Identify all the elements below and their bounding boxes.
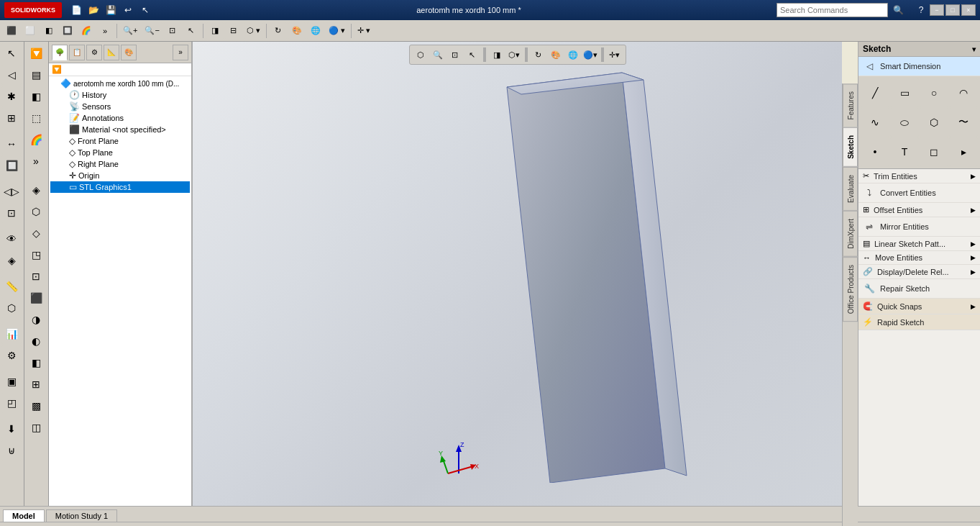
xray-tool[interactable]: ◈ (1, 250, 22, 271)
spline-draw-btn[interactable]: ∿ (861, 108, 889, 137)
tab-evaluate[interactable]: Evaluate (843, 167, 858, 211)
help-button[interactable]: ? (913, 2, 929, 18)
dimxpert-tab[interactable]: 📐 (104, 45, 119, 60)
undo-button[interactable]: ↩ (120, 2, 136, 18)
tree-item-top-plane[interactable]: ◇ Top Plane (50, 147, 190, 158)
convert-entities-item[interactable]: ⤵ Convert Entities (858, 183, 980, 203)
new-button[interactable]: 📄 (68, 2, 84, 18)
task2-btn[interactable]: ◧ (26, 86, 46, 106)
sketch-smart-dimension[interactable]: ◁ Smart Dimension (858, 57, 980, 76)
view-orient-btn[interactable]: ⬡ ▾ (244, 22, 263, 40)
vp-section[interactable]: ◨ (489, 47, 505, 63)
view-style-btn[interactable]: ◨ (206, 22, 224, 40)
vp-fit[interactable]: ⊡ (447, 47, 463, 63)
vp-select[interactable]: ↖ (464, 47, 480, 63)
view-toggle-5[interactable]: 🌈 (78, 22, 95, 40)
view-toggle-4[interactable]: 🔲 (59, 22, 76, 40)
relation-tool[interactable]: ⊞ (1, 108, 22, 128)
filter-btn[interactable]: 🔽 (26, 43, 46, 63)
chart-tool[interactable]: 📊 (1, 324, 22, 344)
property-tab[interactable]: 📋 (69, 45, 85, 60)
tool-f[interactable]: ⬛ (26, 288, 46, 308)
vp-snap[interactable]: ✛▾ (607, 47, 623, 63)
select-tool-btn[interactable]: ↖ (183, 22, 200, 40)
vp-zoom-in[interactable]: 🔍 (430, 47, 446, 63)
view-toggle-1[interactable]: ⬛ (3, 22, 20, 40)
zoom-out-btn[interactable]: 🔍− (142, 22, 162, 40)
tool-h[interactable]: ◐ (26, 331, 46, 351)
offset-entities-item[interactable]: ⊞ Offset Entities ▶ (858, 203, 980, 217)
smart-dim-tool[interactable]: ◁ (1, 65, 22, 85)
mirror-tool[interactable]: ◁▷ (1, 181, 22, 201)
zoom-in-btn[interactable]: 🔍+ (120, 22, 140, 40)
feature-mgr-tab[interactable]: 🌳 (52, 45, 68, 60)
tree-root-item[interactable]: 🔷 aerotomh me xordh 100 mm (D... (50, 78, 190, 89)
view-toggle-2[interactable]: ⬜ (22, 22, 39, 40)
section-btn[interactable]: ⊟ (225, 22, 242, 40)
repair-sketch-item[interactable]: 🔧 Repair Sketch (858, 279, 980, 299)
move-entities-item[interactable]: ↔ Move Entities ▶ (858, 251, 980, 265)
open-button[interactable]: 📂 (86, 2, 101, 18)
fx-tool[interactable]: ⊎ (1, 440, 22, 461)
arrow-down-tool[interactable]: ⬇ (1, 419, 22, 439)
vp-rotate[interactable]: ↻ (531, 47, 546, 63)
view-toggle-3[interactable]: ◧ (40, 22, 58, 40)
tree-item-origin[interactable]: ✛ Origin (50, 170, 190, 181)
zoom-fit-btn[interactable]: ⊡ (164, 22, 181, 40)
snap-btn[interactable]: ✛ ▾ (354, 22, 373, 40)
tool-i[interactable]: ◧ (26, 353, 46, 373)
ellipse-draw-btn[interactable]: ⬭ (890, 108, 919, 137)
circle-draw-btn[interactable]: ○ (920, 78, 948, 107)
appearance-tab[interactable]: 🎨 (121, 45, 137, 60)
search-input[interactable] (777, 3, 888, 17)
polygon-draw-btn[interactable]: ⬡ (920, 108, 948, 137)
tree-item-stl[interactable]: ▭ STL Graphics1 (50, 181, 190, 193)
tool-a[interactable]: ◈ (26, 180, 46, 200)
vp-light[interactable]: 🌐 (565, 47, 581, 63)
point-draw-btn[interactable]: • (861, 137, 889, 166)
view-tool[interactable]: 👁 (1, 229, 22, 249)
tab-features[interactable]: Features (843, 83, 858, 127)
move-tool[interactable]: ↔ (1, 134, 22, 154)
tool-j[interactable]: ⊞ (26, 374, 46, 394)
task1-btn[interactable]: ▤ (26, 65, 46, 85)
tool-l[interactable]: ◫ (26, 417, 46, 437)
tree-item-right-plane[interactable]: ◇ Right Plane (50, 158, 190, 170)
maximize-button[interactable]: □ (945, 4, 960, 16)
tree-item-sensors[interactable]: 📡 Sensors (50, 101, 190, 112)
pattern-tool[interactable]: ⊡ (1, 203, 22, 223)
viewport[interactable]: ⬡ 🔍 ⊡ ↖ ◨ ⬡▾ ↻ 🎨 🌐 🔵▾ ✛▾ (193, 42, 842, 506)
save-button[interactable]: 💾 (103, 2, 119, 18)
tree-item-material[interactable]: ⬛ Material <not specified> (50, 124, 190, 135)
gear-tool[interactable]: ⚙ (1, 345, 22, 366)
vp-display[interactable]: 🎨 (548, 47, 564, 63)
rotate-btn[interactable]: ↻ (270, 22, 287, 40)
task3-btn[interactable]: ⬚ (26, 108, 46, 128)
close-button[interactable]: × (961, 4, 976, 16)
quick-snaps-item[interactable]: 🧲 Quick Snaps ▶ (858, 299, 980, 314)
display-btn[interactable]: 🎨 (288, 22, 306, 40)
search-button[interactable]: 🔍 (890, 2, 906, 18)
rect-draw-btn[interactable]: ▭ (890, 78, 919, 107)
material-tool[interactable]: ◰ (1, 393, 22, 413)
more-draw-btn[interactable]: ▸ (949, 137, 978, 166)
tool-b[interactable]: ⬡ (26, 201, 46, 222)
tool-d[interactable]: ◳ (26, 245, 46, 265)
rapid-sketch-item[interactable]: ⚡ Rapid Sketch (858, 314, 980, 330)
trim-entities-item[interactable]: ✂ Trim Entities ▶ (858, 169, 980, 183)
tab-sketch[interactable]: Sketch (843, 127, 858, 167)
line-draw-btn[interactable]: ╱ (861, 78, 889, 107)
tab-office-products[interactable]: Office Products (843, 257, 858, 322)
tab-model[interactable]: Model (3, 509, 45, 522)
select-button[interactable]: ↖ (137, 2, 153, 18)
tree-item-front-plane[interactable]: ◇ Front Plane (50, 135, 190, 147)
task4-btn[interactable]: 🌈 (26, 130, 46, 150)
config-tab[interactable]: ⚙ (86, 45, 102, 60)
tab-dimxpert[interactable]: DimXpert (843, 211, 858, 257)
line-tool[interactable]: ✱ (1, 86, 22, 106)
expand-arrow[interactable]: » (96, 22, 114, 40)
collapse-tab[interactable]: » (173, 45, 188, 60)
measure-tool[interactable]: 📏 (1, 276, 22, 296)
linear-sketch-item[interactable]: ▤ Linear Sketch Patt... ▶ (858, 237, 980, 251)
tool-c[interactable]: ◇ (26, 223, 46, 243)
